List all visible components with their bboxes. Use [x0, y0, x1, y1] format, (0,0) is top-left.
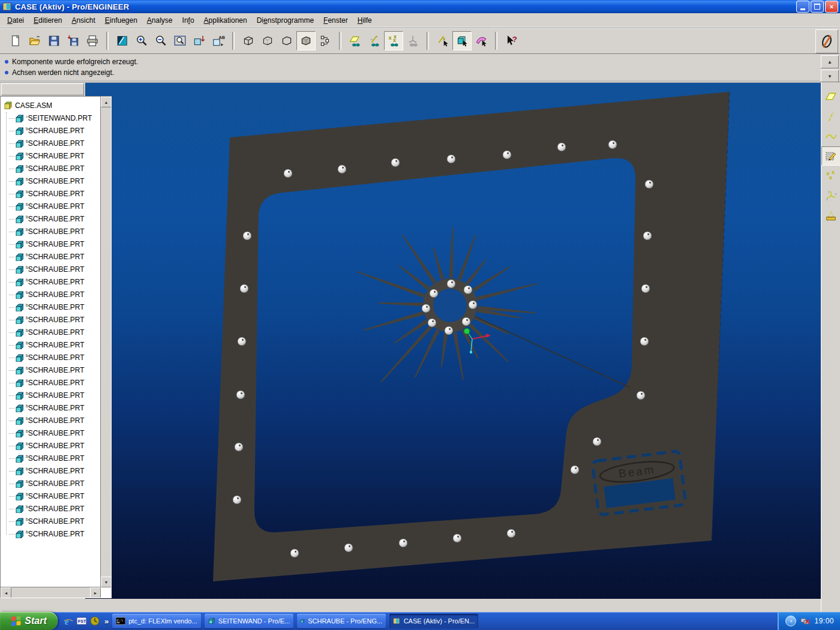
- menu-info[interactable]: Info: [178, 14, 199, 26]
- menu-ansicht[interactable]: Ansicht: [67, 14, 100, 26]
- quick-launch-overflow-chevron[interactable]: »: [104, 617, 109, 626]
- tree-item-schraube-prt[interactable]: ᵇSCHRAUBE.PRT: [1, 364, 101, 376]
- start-button[interactable]: Start: [0, 612, 58, 630]
- menu-dienstprogramme[interactable]: Dienstprogramme: [252, 14, 319, 26]
- tree-item-schraube-prt[interactable]: ᵇSCHRAUBE.PRT: [1, 275, 101, 288]
- save-button[interactable]: [44, 31, 64, 50]
- tree-item-schraube-prt[interactable]: ᵇSCHRAUBE.PRT: [1, 175, 101, 187]
- graphics-viewport[interactable]: Beam: [85, 83, 821, 599]
- tree-item-schraube-prt[interactable]: ᵇSCHRAUBE.PRT: [1, 452, 101, 464]
- tree-root-case-asm[interactable]: CASE.ASM: [1, 99, 101, 112]
- hidden-line-button[interactable]: [258, 31, 277, 50]
- tree-scroll-down-button[interactable]: ▼: [101, 577, 112, 587]
- open-button[interactable]: [25, 31, 44, 50]
- plane-display-button[interactable]: [346, 31, 365, 50]
- tree-item-schraube-prt[interactable]: ᵇSCHRAUBE.PRT: [1, 301, 101, 313]
- new-button[interactable]: [6, 31, 25, 50]
- coord-sys-button[interactable]: yxz: [821, 186, 840, 205]
- tree-item-schraube-prt[interactable]: ᵇSCHRAUBE.PRT: [1, 149, 101, 162]
- datum-curve-button[interactable]: [821, 127, 840, 146]
- menu-hilfe[interactable]: Hilfe: [353, 14, 377, 26]
- tree-item-schraube-prt[interactable]: ᵇSCHRAUBE.PRT: [1, 502, 101, 515]
- zoom-fit-button[interactable]: [170, 31, 190, 50]
- tree-item-schraube-prt[interactable]: ᵇSCHRAUBE.PRT: [1, 351, 101, 364]
- menu-datei[interactable]: Datei: [2, 14, 29, 26]
- wireframe-button[interactable]: [239, 31, 258, 50]
- task-button-schraube[interactable]: SCHRAUBE - Pro/ENG...: [297, 614, 386, 628]
- saved-views-button[interactable]: AB: [209, 31, 228, 50]
- tree-item-schraube-prt[interactable]: ᵇSCHRAUBE.PRT: [1, 200, 101, 212]
- tree-item-schraube-prt[interactable]: ᵇSCHRAUBE.PRT: [1, 414, 101, 427]
- menu-einfuegen[interactable]: Einfuegen: [100, 14, 142, 26]
- tree-horizontal-scrollbar[interactable]: ◄ ►: [1, 587, 101, 598]
- tree-item-schraube-prt[interactable]: ᵇSCHRAUBE.PRT: [1, 401, 101, 414]
- tree-item-schraube-prt[interactable]: ᵇSCHRAUBE.PRT: [1, 477, 101, 490]
- tree-item-schraube-prt[interactable]: ᵇSCHRAUBE.PRT: [1, 313, 101, 326]
- tree-item-schraube-prt[interactable]: ᵇSCHRAUBE.PRT: [1, 124, 101, 137]
- message-bullet: [5, 60, 8, 64]
- smart-filter-button[interactable]: [452, 31, 472, 50]
- tray-collapse-chevron-icon[interactable]: ‹: [785, 616, 796, 626]
- zoom-out-button[interactable]: [151, 31, 170, 50]
- surface-filter-button[interactable]: [472, 31, 491, 50]
- tree-item-schraube-prt[interactable]: ᵇSCHRAUBE.PRT: [1, 427, 101, 439]
- tree-item-schraube-prt[interactable]: ᵇSCHRAUBE.PRT: [1, 162, 101, 175]
- menu-analyse[interactable]: Analyse: [142, 14, 178, 26]
- tree-item-schraube-prt[interactable]: ᵇSCHRAUBE.PRT: [1, 389, 101, 401]
- tree-scroll-left-button[interactable]: ◄: [1, 587, 11, 598]
- minimize-button[interactable]: [796, 1, 809, 13]
- menu-editieren[interactable]: Editieren: [29, 14, 67, 26]
- tree-scroll-right-button[interactable]: ►: [90, 587, 101, 598]
- tree-item-schraube-prt[interactable]: ᵇSCHRAUBE.PRT: [1, 376, 101, 389]
- tree-item-schraube-prt[interactable]: ᵇSCHRAUBE.PRT: [1, 263, 101, 275]
- tree-item-schraube-prt[interactable]: ᵇSCHRAUBE.PRT: [1, 137, 101, 149]
- tree-item-schraube-prt[interactable]: ᵇSCHRAUBE.PRT: [1, 464, 101, 477]
- orient-button[interactable]: [190, 31, 209, 50]
- tree-item-schraube-prt[interactable]: ᵇSCHRAUBE.PRT: [1, 187, 101, 200]
- measure-button[interactable]: [821, 206, 840, 225]
- tree-item-schraube-prt[interactable]: ᵇSCHRAUBE.PRT: [1, 288, 101, 301]
- 3d-model-canvas[interactable]: Beam: [85, 83, 821, 599]
- tree-scroll-up-button[interactable]: ▲: [101, 97, 112, 107]
- tree-item-schraube-prt[interactable]: ᵇSCHRAUBE.PRT: [1, 515, 101, 527]
- task-button-ptc_d[interactable]: C:\ptc_d: FLEXlm vendo...: [112, 614, 201, 628]
- datum-axis-button[interactable]: [821, 107, 840, 126]
- tree-item-seitenwand-prt[interactable]: ▫SEITENWAND.PRT: [1, 112, 101, 124]
- tree-item-schraube-prt[interactable]: ᵇSCHRAUBE.PRT: [1, 250, 101, 263]
- tree-vertical-scrollbar[interactable]: ▲ ▼: [100, 97, 111, 587]
- close-button[interactable]: ×: [825, 1, 838, 13]
- quick-launch-scheduler-icon[interactable]: [90, 616, 100, 626]
- tree-item-schraube-prt[interactable]: ᵇSCHRAUBE.PRT: [1, 439, 101, 452]
- repaint-button[interactable]: [113, 31, 132, 50]
- print-button[interactable]: [83, 31, 102, 50]
- menu-fenster[interactable]: Fenster: [319, 14, 353, 26]
- model-tree-button[interactable]: [316, 31, 335, 50]
- zoom-in-button[interactable]: [132, 31, 151, 50]
- tree-item-schraube-prt[interactable]: ᵇSCHRAUBE.PRT: [1, 225, 101, 238]
- task-button-seitenwand[interactable]: SEITENWAND - Pro/E...: [205, 614, 293, 628]
- context-help-button[interactable]: ?: [502, 31, 521, 50]
- menu-applikationen[interactable]: Applikationen: [199, 14, 252, 26]
- datum-point-button[interactable]: xxx: [821, 166, 840, 185]
- task-button-case[interactable]: CASE (Aktiv) - Pro/EN...: [389, 614, 478, 628]
- csys-display-button[interactable]: [403, 31, 422, 50]
- tree-item-schraube-prt[interactable]: ᵇSCHRAUBE.PRT: [1, 527, 101, 540]
- point-display-button[interactable]: xxx: [384, 31, 403, 50]
- tree-item-schraube-prt[interactable]: ᵇSCHRAUBE.PRT: [1, 238, 101, 250]
- axis-filter-button[interactable]: x: [433, 31, 452, 50]
- sketch-button[interactable]: [821, 146, 840, 166]
- quick-launch-fst-icon[interactable]: FST: [77, 616, 86, 626]
- quick-launch-ie-icon[interactable]: e: [64, 616, 73, 626]
- tree-item-schraube-prt[interactable]: ᵇSCHRAUBE.PRT: [1, 490, 101, 502]
- datum-plane-button[interactable]: [821, 87, 840, 106]
- save-as-button[interactable]: [64, 31, 83, 50]
- restore-button[interactable]: [811, 1, 824, 13]
- message-scroll-up-button[interactable]: ▲: [821, 55, 839, 68]
- axis-display-button[interactable]: [365, 31, 384, 50]
- tree-item-schraube-prt[interactable]: ᵇSCHRAUBE.PRT: [1, 326, 101, 338]
- message-scroll-down-button[interactable]: ▼: [821, 70, 839, 83]
- tree-item-schraube-prt[interactable]: ᵇSCHRAUBE.PRT: [1, 212, 101, 225]
- tree-item-schraube-prt[interactable]: ᵇSCHRAUBE.PRT: [1, 338, 101, 351]
- no-hidden-button[interactable]: [277, 31, 296, 50]
- shaded-button[interactable]: [296, 31, 316, 50]
